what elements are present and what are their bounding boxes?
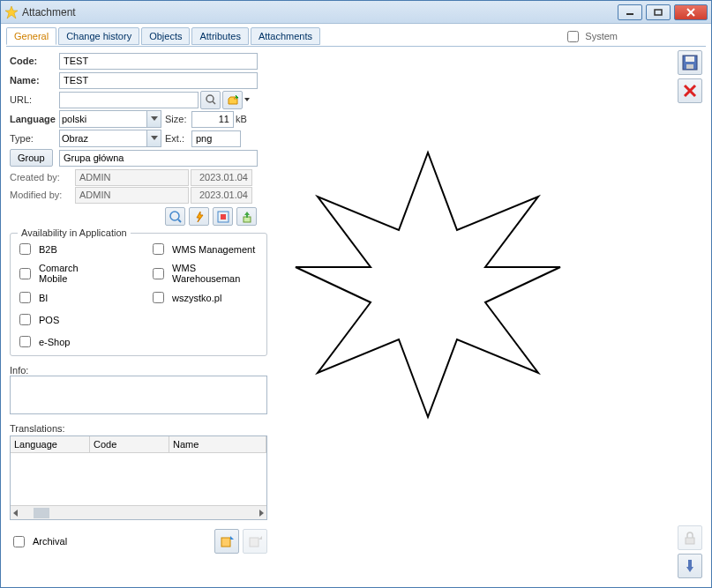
svg-marker-18 [259,510,264,517]
url-open-button[interactable] [222,91,243,109]
delete-button[interactable] [678,78,702,103]
tab-general[interactable]: General [6,27,56,45]
check-pos[interactable] [19,314,31,325]
svg-line-6 [213,101,215,104]
svg-rect-21 [250,538,259,547]
horizontal-scrollbar[interactable] [11,505,266,519]
tab-attributes[interactable]: Attributes [191,27,248,45]
created-label: Created by: [10,172,75,182]
language-select[interactable] [59,110,161,128]
archival-checkbox[interactable] [13,536,25,547]
svg-rect-29 [686,538,694,544]
svg-marker-20 [230,536,234,540]
url-browse-button[interactable] [200,91,221,109]
zoom-button[interactable] [165,207,185,226]
check-comarch-mobile[interactable] [19,268,31,279]
trans-th-code[interactable]: Code [90,436,169,452]
svg-marker-12 [197,212,203,222]
scan-button[interactable] [213,207,233,226]
tab-attachments[interactable]: Attachments [251,27,320,45]
group-button[interactable]: Group [10,149,53,167]
tab-objects[interactable]: Objects [141,27,190,45]
check-wms-management[interactable] [153,243,164,255]
svg-marker-0 [5,6,18,19]
name-label: Name: [10,75,59,86]
info-label: Info: [10,365,267,376]
svg-rect-30 [688,560,692,567]
translations-label: Translations: [10,423,267,434]
trans-th-name[interactable]: Name [169,436,266,452]
window-title: Attachment [22,6,618,19]
availability-legend: Availability in Application [18,227,131,238]
check-wszystko[interactable] [153,292,164,303]
minimize-button[interactable] [618,4,642,20]
type-select[interactable] [59,130,161,147]
remove-translation-button [243,529,267,554]
url-label: URL: [10,94,59,105]
dropdown-arrow-icon[interactable] [244,92,251,108]
name-input[interactable] [59,72,258,89]
maximize-button[interactable] [646,4,671,20]
created-date: 2023.01.04 [191,169,252,186]
check-bi[interactable] [19,292,31,303]
check-b2b[interactable] [19,243,31,255]
image-preview [287,144,569,426]
svg-line-11 [178,220,181,222]
language-label: Language [10,114,59,124]
group-input[interactable] [59,150,258,167]
lightning-button[interactable] [189,207,209,226]
svg-marker-17 [13,510,18,517]
modified-label: Modified by: [10,190,75,200]
ext-input[interactable] [191,130,241,147]
code-input[interactable] [59,53,258,70]
ext-label: Ext.: [165,133,191,144]
save-button[interactable] [678,50,702,75]
modified-date: 2023.01.04 [191,187,252,204]
code-label: Code: [10,56,59,66]
info-textarea[interactable] [10,376,267,414]
export-button[interactable] [236,207,257,226]
size-input [191,111,234,128]
system-checkbox[interactable] [567,31,579,42]
tab-change-history[interactable]: Change history [58,27,139,45]
svg-rect-25 [686,56,694,62]
archival-label: Archival [33,536,67,547]
svg-marker-31 [686,567,693,572]
translations-grid[interactable]: Language Code Name [10,435,267,520]
titlebar: Attachment [1,1,711,24]
svg-point-10 [170,212,179,220]
check-wms-warehouseman[interactable] [153,268,164,279]
pin-button[interactable] [678,554,702,578]
created-user: ADMIN [75,169,189,186]
svg-rect-14 [221,214,226,220]
size-label: Size: [165,114,191,124]
trans-th-language[interactable]: Language [11,436,90,452]
svg-rect-2 [655,10,662,15]
close-button[interactable] [674,4,708,20]
lock-button [678,525,702,550]
availability-fieldset: Availability in Application B2B Comarch … [10,233,267,356]
svg-rect-19 [221,538,230,547]
svg-rect-26 [686,64,693,69]
star-icon [4,5,19,19]
svg-point-5 [206,95,214,102]
svg-marker-7 [244,98,250,101]
check-eshop[interactable] [19,336,31,347]
svg-marker-23 [296,153,560,417]
svg-marker-22 [259,536,262,540]
modified-user: ADMIN [75,187,189,204]
system-label: System [585,31,618,41]
tabs: General Change history Objects Attribute… [6,27,320,45]
size-unit: kB [236,114,247,124]
type-label: Type: [10,133,59,144]
add-translation-button[interactable] [214,529,239,554]
url-input[interactable] [59,92,199,108]
